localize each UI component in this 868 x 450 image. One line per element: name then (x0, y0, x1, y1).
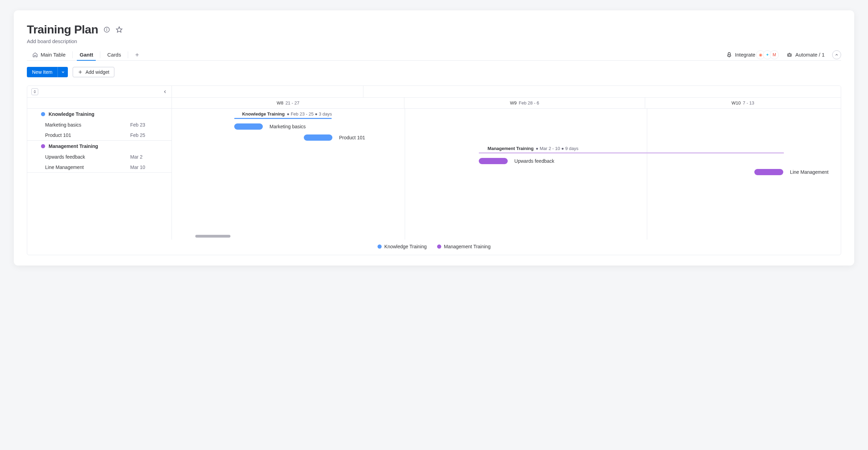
group-color-dot (41, 112, 45, 116)
tab-separator (100, 51, 100, 58)
tab-gantt[interactable]: Gantt (74, 49, 99, 60)
gantt-timeline-header-top (172, 86, 841, 97)
group-header[interactable]: Knowledge Training (27, 109, 172, 120)
gantt-side-panel: Knowledge TrainingMarketing basicsFeb 23… (27, 109, 172, 240)
new-item-button[interactable]: New Item (27, 67, 58, 77)
gantt-scroll-thumb[interactable] (195, 235, 230, 238)
tab-separator (128, 51, 128, 58)
group-name: Management Training (49, 143, 98, 149)
item-row[interactable]: Upwards feedbackMar 2 (27, 152, 172, 162)
plus-icon (78, 70, 83, 74)
svg-rect-6 (727, 55, 731, 57)
legend-item[interactable]: Knowledge Training (378, 244, 427, 249)
gantt-header-top (27, 86, 841, 98)
gantt-week-header: W821 - 27W9Feb 28 - 6W107 - 13 (27, 98, 841, 109)
item-row[interactable]: Marketing basicsFeb 23 (27, 120, 172, 130)
item-name: Line Management (45, 164, 84, 170)
group-name: Knowledge Training (49, 111, 94, 117)
board-header: Training Plan (27, 23, 841, 36)
board-card: Training Plan Add board description Main… (14, 10, 854, 266)
group-block: Management TrainingUpwards feedbackMar 2… (27, 141, 172, 173)
gantt-week-column: W107 - 13 (645, 98, 841, 108)
add-widget-button[interactable]: Add widget (73, 67, 114, 77)
chart-item-row: Line Management (172, 167, 841, 178)
gantt-week-header-side (27, 98, 172, 108)
home-icon (32, 52, 38, 58)
legend-label: Management Training (444, 244, 490, 249)
svg-point-10 (790, 55, 790, 56)
robot-icon (786, 52, 793, 58)
svg-marker-3 (116, 27, 122, 32)
group-summary-bar[interactable] (479, 152, 784, 153)
task-bar-label: Upwards feedback (514, 158, 554, 164)
chart-item-row: Product 101 (172, 132, 841, 143)
integrate-button[interactable]: Integrate ◉ ✦ M (726, 50, 779, 59)
board-description[interactable]: Add board description (27, 38, 841, 44)
svg-point-2 (107, 28, 107, 28)
item-name: Upwards feedback (45, 154, 85, 160)
gantt-week-column: W9Feb 28 - 6 (404, 98, 644, 108)
week-number: W10 (732, 100, 741, 106)
week-range: Feb 28 - 6 (519, 100, 539, 106)
tab-cards[interactable]: Cards (102, 49, 126, 60)
task-bar[interactable] (234, 123, 263, 130)
tab-label: Cards (107, 52, 121, 58)
task-bar[interactable] (479, 158, 508, 164)
collapse-panel-button[interactable] (832, 50, 841, 59)
automate-button[interactable]: Automate / 1 (786, 52, 825, 58)
tabs-row: Main Table Gantt Cards Integrate (27, 49, 841, 61)
new-item-dropdown[interactable] (58, 67, 68, 77)
add-widget-label: Add widget (85, 69, 109, 75)
task-bar[interactable] (754, 169, 783, 175)
gantt-side-header (27, 86, 172, 97)
gantt-header-spacer (172, 86, 363, 97)
item-date: Mar 2 (130, 154, 158, 160)
collapse-groups-button[interactable] (31, 88, 38, 95)
group-header[interactable]: Management Training (27, 141, 172, 152)
week-number: W8 (277, 100, 283, 106)
new-item-button-group: New Item (27, 67, 68, 77)
gantt-header-spacer (363, 86, 841, 97)
task-bar-label: Marketing basics (270, 124, 306, 129)
side-panel-toggle[interactable] (161, 88, 169, 96)
legend-label: Knowledge Training (384, 244, 427, 249)
automate-label: Automate / 1 (795, 52, 825, 58)
group-summary-meta: ● Feb 23 - 25 ● 3 days (287, 111, 332, 117)
group-summary-label: Management Training ● Mar 2 - 10 ● 9 day… (488, 144, 579, 152)
integration-pill-icon: M (770, 50, 779, 59)
group-color-dot (41, 144, 45, 148)
integrate-label: Integrate (735, 52, 755, 58)
item-name: Product 101 (45, 132, 71, 138)
item-date: Mar 10 (130, 164, 158, 170)
legend-item[interactable]: Management Training (437, 244, 490, 249)
group-summary-name: Management Training (488, 146, 534, 151)
group-summary-bar[interactable] (234, 118, 332, 119)
legend-dot (437, 244, 441, 249)
star-icon[interactable] (115, 26, 123, 33)
tabs-left: Main Table Gantt Cards (27, 49, 142, 60)
item-row[interactable]: Line ManagementMar 10 (27, 162, 172, 172)
info-icon[interactable] (103, 26, 111, 33)
task-bar-label: Product 101 (339, 135, 365, 140)
task-bar[interactable] (304, 134, 333, 141)
week-range: 21 - 27 (286, 100, 299, 106)
item-row[interactable]: Product 101Feb 25 (27, 130, 172, 140)
gantt-chart-area[interactable]: Knowledge Training ● Feb 23 - 25 ● 3 day… (172, 109, 841, 240)
tab-main-table[interactable]: Main Table (27, 49, 71, 60)
gantt-container: W821 - 27W9Feb 28 - 6W107 - 13 Knowledge… (27, 86, 841, 255)
tab-label: Gantt (80, 52, 93, 58)
svg-point-9 (788, 55, 789, 56)
chart-item-row: Upwards feedback (172, 156, 841, 167)
item-date: Feb 25 (130, 132, 158, 138)
item-name: Marketing basics (45, 122, 81, 128)
toolbar: New Item Add widget (27, 67, 841, 77)
chart-group-row: Management Training ● Mar 2 - 10 ● 9 day… (172, 143, 841, 156)
add-tab-button[interactable] (132, 50, 142, 60)
group-summary-label: Knowledge Training ● Feb 23 - 25 ● 3 day… (242, 110, 332, 118)
chart-group-row: Knowledge Training ● Feb 23 - 25 ● 3 day… (172, 109, 841, 121)
item-date: Feb 23 (130, 122, 158, 128)
gantt-week-column: W821 - 27 (172, 98, 404, 108)
plug-icon (726, 52, 732, 58)
group-summary-meta: ● Mar 2 - 10 ● 9 days (536, 146, 578, 151)
tab-label: Main Table (41, 52, 65, 58)
